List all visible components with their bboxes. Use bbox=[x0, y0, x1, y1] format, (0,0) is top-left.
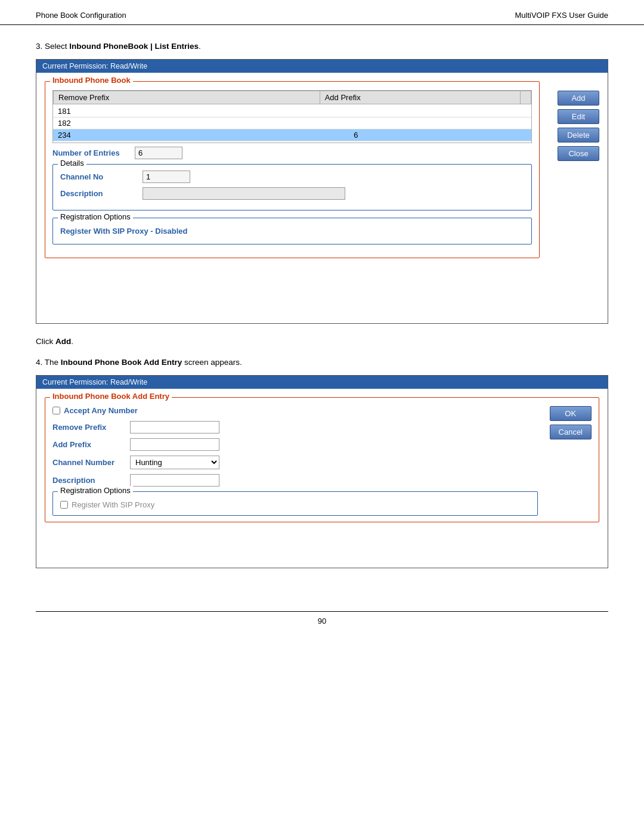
entries-input[interactable] bbox=[135, 147, 182, 159]
reg-options-add-legend: Registration Options bbox=[58, 486, 133, 495]
channel-no-label: Channel No bbox=[60, 172, 138, 181]
description-label: Description bbox=[60, 189, 138, 198]
cell-remove: 234 bbox=[53, 129, 349, 141]
add-button[interactable]: Add bbox=[558, 91, 599, 106]
reg-options-text: Register With SIP Proxy - Disabled bbox=[60, 224, 524, 238]
add-prefix-input[interactable] bbox=[130, 438, 219, 451]
cell-remove: 181 bbox=[53, 106, 349, 117]
dialog2-body: Inbound Phone Book Add Entry Accept Any … bbox=[36, 389, 608, 568]
channel-no-row: Channel No bbox=[60, 171, 524, 183]
phonebook-table: Remove Prefix Add Prefix bbox=[53, 91, 531, 104]
side-buttons: Add Edit Delete Close bbox=[558, 91, 599, 161]
col-remove-prefix: Remove Prefix bbox=[54, 91, 320, 104]
details-legend: Details bbox=[58, 159, 86, 168]
page-header: Phone Book Configuration MultiVOIP FXS U… bbox=[0, 0, 644, 25]
header-right: MultiVOIP FXS User Guide bbox=[515, 11, 608, 20]
cell-remove: 182 bbox=[53, 117, 349, 129]
table-row[interactable]: 182 bbox=[53, 117, 531, 129]
reg-options-legend: Registration Options bbox=[58, 212, 133, 221]
reg-options-add-group: Registration Options Register With SIP P… bbox=[52, 491, 538, 516]
channel-no-input[interactable] bbox=[143, 171, 190, 183]
description-row: Description bbox=[60, 187, 524, 200]
col-scroll bbox=[521, 91, 531, 104]
reg-sip-proxy-checkbox[interactable] bbox=[60, 501, 68, 509]
click-instruction: Click Add. bbox=[36, 337, 608, 346]
phonebook-table-wrapper: Remove Prefix Add Prefix 181 bbox=[52, 90, 532, 143]
page-content: 3. Select Inbound PhoneBook | List Entri… bbox=[0, 36, 644, 599]
dialog2-titlebar: Current Permission: Read/Write bbox=[36, 376, 608, 389]
step3-bold: Inbound PhoneBook | List Entries bbox=[69, 42, 199, 51]
phonebook-scroll[interactable]: 181 182 234 6 bbox=[53, 106, 531, 143]
col-add-prefix: Add Prefix bbox=[320, 91, 520, 104]
channel-number-label: Channel Number bbox=[52, 458, 130, 467]
description-add-input[interactable] bbox=[130, 474, 219, 487]
remove-prefix-input[interactable] bbox=[130, 421, 219, 433]
channel-number-row: Channel Number Hunting 1 2 3 4 bbox=[52, 456, 538, 469]
remove-prefix-row: Remove Prefix bbox=[52, 421, 538, 433]
header-left: Phone Book Configuration bbox=[36, 11, 126, 20]
accept-any-label: Accept Any Number bbox=[64, 406, 138, 415]
dialog1-titlebar: Current Permission: Read/Write bbox=[36, 60, 608, 73]
cell-add bbox=[349, 117, 531, 129]
reg-sip-proxy-row: Register With SIP Proxy bbox=[60, 500, 530, 509]
add-entry-group: Inbound Phone Book Add Entry Accept Any … bbox=[45, 397, 599, 522]
page-number: 90 bbox=[318, 617, 326, 625]
step4-bold: Inbound Phone Book Add Entry bbox=[61, 358, 182, 367]
description-input[interactable] bbox=[143, 187, 345, 200]
click-add-bold: Add bbox=[55, 337, 71, 346]
phonebook-entries: 181 182 234 6 bbox=[53, 106, 531, 141]
step4-instruction: 4. The Inbound Phone Book Add Entry scre… bbox=[36, 358, 608, 367]
accept-any-row: Accept Any Number bbox=[52, 406, 538, 415]
reg-options-group: Registration Options Register With SIP P… bbox=[52, 218, 532, 244]
add-entry-layout: Accept Any Number Remove Prefix Add Pref… bbox=[52, 406, 592, 516]
channel-number-select[interactable]: Hunting 1 2 3 4 bbox=[130, 456, 219, 469]
dialog1-body: Inbound Phone Book Remove Prefix Add Pre… bbox=[36, 73, 608, 323]
entries-row: Number of Entries bbox=[52, 147, 532, 159]
inbound-phonebook-legend: Inbound Phone Book bbox=[50, 76, 133, 85]
add-prefix-label: Add Prefix bbox=[52, 440, 130, 449]
inbound-phonebook-group: Inbound Phone Book Remove Prefix Add Pre… bbox=[45, 81, 540, 258]
dialog2-window: Current Permission: Read/Write Inbound P… bbox=[36, 375, 608, 568]
add-entry-left: Accept Any Number Remove Prefix Add Pref… bbox=[52, 406, 538, 516]
description-add-label: Description bbox=[52, 476, 130, 485]
ok-button[interactable]: OK bbox=[550, 406, 592, 421]
remove-prefix-label: Remove Prefix bbox=[52, 423, 130, 432]
table-row[interactable]: 234 6 bbox=[53, 129, 531, 141]
table-row[interactable]: 181 bbox=[53, 106, 531, 117]
cell-add: 6 bbox=[349, 129, 531, 141]
close-button[interactable]: Close bbox=[558, 146, 599, 161]
entries-label: Number of Entries bbox=[52, 148, 130, 157]
accept-any-checkbox[interactable] bbox=[52, 407, 60, 414]
description-add-row: Description bbox=[52, 474, 538, 487]
delete-button[interactable]: Delete bbox=[558, 128, 599, 143]
page-footer: 90 bbox=[36, 611, 608, 625]
cell-add bbox=[349, 106, 531, 117]
add-entry-legend: Inbound Phone Book Add Entry bbox=[50, 392, 172, 401]
dialog1-window: Current Permission: Read/Write Inbound P… bbox=[36, 59, 608, 324]
step3-instruction: 3. Select Inbound PhoneBook | List Entri… bbox=[36, 42, 608, 51]
details-group: Details Channel No Description bbox=[52, 164, 532, 210]
add-entry-right: OK Cancel bbox=[550, 406, 592, 516]
add-prefix-row: Add Prefix bbox=[52, 438, 538, 451]
edit-button[interactable]: Edit bbox=[558, 109, 599, 124]
cancel-button[interactable]: Cancel bbox=[550, 425, 592, 439]
reg-sip-proxy-label: Register With SIP Proxy bbox=[72, 500, 154, 509]
